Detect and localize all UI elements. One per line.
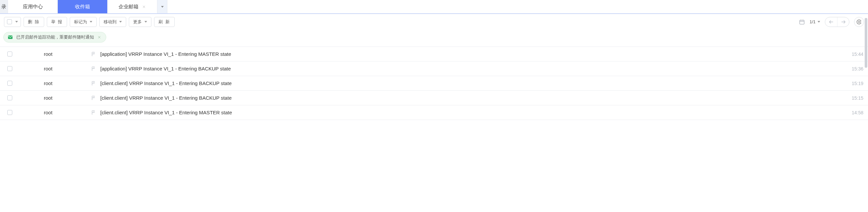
chevron-down-icon [15,21,18,23]
flag-icon[interactable] [87,110,100,115]
page-text: 1/1 [810,19,815,24]
notice-row: 已开启邮件追踪功能，重要邮件随时通知 [0,30,868,47]
settings-button[interactable] [854,17,864,27]
flag-icon[interactable] [87,66,100,71]
time: 15:15 [840,95,863,101]
mail-row[interactable]: root[client.client] VRRP Instance VI_1 -… [0,105,868,120]
chevron-down-icon [145,21,147,23]
next-page-button[interactable] [837,17,849,27]
page-nav [825,17,849,27]
tracking-notice: 已开启邮件追踪功能，重要邮件随时通知 [3,32,106,42]
scroll-thumb[interactable] [865,18,867,68]
checkbox-icon [7,110,12,115]
tab-overflow-button[interactable] [157,0,167,13]
checkbox-icon [7,66,12,71]
tab-1[interactable]: 收件箱 [58,0,107,13]
mail-check-icon [8,35,13,40]
toolbar: 删 除 举 报 标记为 移动到 更多 刷 新 1/1 [0,14,868,30]
select-all-checkbox[interactable] [4,17,21,27]
mail-list: root[application] VRRP Instance VI_1 - E… [0,47,868,120]
mark-as-button[interactable]: 标记为 [70,17,97,27]
subject: [application] VRRP Instance VI_1 - Enter… [100,51,840,57]
mail-row[interactable]: root[application] VRRP Instance VI_1 - E… [0,61,868,76]
scrollbar[interactable] [865,18,867,210]
flag-icon[interactable] [87,52,100,57]
move-to-button[interactable]: 移动到 [99,17,126,27]
time: 15:19 [840,81,863,86]
report-button[interactable]: 举 报 [47,17,67,27]
chevron-down-icon [119,21,122,23]
sender: root [21,81,87,86]
row-checkbox[interactable] [7,81,21,86]
notice-text: 已开启邮件追踪功能，重要邮件随时通知 [16,34,94,40]
subject: [client.client] VRRP Instance VI_1 - Ent… [100,81,840,86]
chevron-down-icon [817,21,820,23]
tab-label: 应用中心 [23,4,43,10]
flag-icon[interactable] [87,81,100,86]
row-checkbox[interactable] [7,66,21,71]
mark-as-label: 标记为 [74,19,87,25]
mail-row[interactable]: root[application] VRRP Instance VI_1 - E… [0,47,868,61]
sender: root [21,66,87,71]
sender: root [21,95,87,101]
refresh-button[interactable]: 刷 新 [154,17,175,27]
checkbox-icon [7,95,12,100]
tab-label: 收件箱 [75,4,90,10]
delete-button[interactable]: 删 除 [24,17,44,27]
row-checkbox[interactable] [7,110,21,115]
checkbox-icon [7,81,12,86]
chevron-down-icon [161,6,164,8]
subject: [client.client] VRRP Instance VI_1 - Ent… [100,110,840,115]
row-checkbox[interactable] [7,95,21,100]
subject: [application] VRRP Instance VI_1 - Enter… [100,66,840,71]
sender: root [21,51,87,57]
row-checkbox[interactable] [7,52,21,57]
close-icon[interactable] [142,4,147,9]
checkbox-icon [7,52,12,57]
subject: [client.client] VRRP Instance VI_1 - Ent… [100,95,840,101]
time: 15:44 [840,52,863,57]
tabstrip: 录 应用中心收件箱企业邮箱 [0,0,868,14]
time: 15:36 [840,66,863,71]
calendar-icon[interactable] [799,19,805,25]
page-indicator[interactable]: 1/1 [810,19,820,24]
toolbar-right: 1/1 [799,17,864,27]
prev-page-button[interactable] [825,17,837,27]
flag-icon[interactable] [87,95,100,101]
tab-0[interactable]: 应用中心 [8,0,58,13]
more-button[interactable]: 更多 [129,17,151,27]
tab-label: 企业邮箱 [119,4,138,10]
more-label: 更多 [133,19,142,25]
chevron-down-icon [90,21,92,23]
svg-point-4 [858,21,860,23]
mail-row[interactable]: root[client.client] VRRP Instance VI_1 -… [0,91,868,105]
svg-rect-0 [800,20,804,24]
sender: root [21,110,87,115]
tab-2[interactable]: 企业邮箱 [107,0,157,13]
tab-fragment: 录 [0,0,8,13]
mail-row[interactable]: root[client.client] VRRP Instance VI_1 -… [0,76,868,91]
toolbar-left: 删 除 举 报 标记为 移动到 更多 刷 新 [4,17,175,27]
move-to-label: 移动到 [103,19,117,25]
time: 14:58 [840,110,863,115]
checkbox-icon [7,19,12,24]
close-icon[interactable] [97,35,101,39]
